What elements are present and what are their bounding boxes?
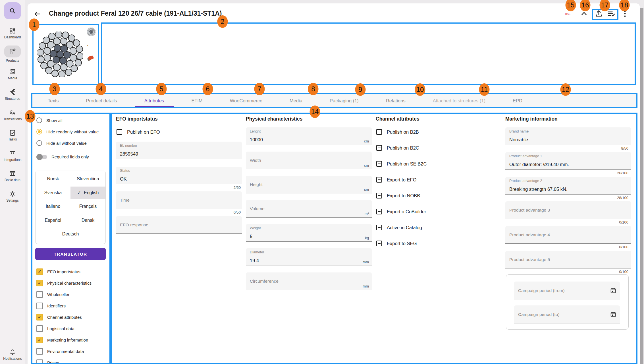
tab-attributes[interactable]: Attributes: [131, 94, 178, 107]
group-efo-importstatus[interactable]: EFO importstatus: [36, 268, 80, 275]
checkbox-icon[interactable]: [36, 348, 43, 355]
group-channel-attributes[interactable]: Channel attributes: [36, 314, 82, 320]
sidebar-item-integrations[interactable]: Integrations: [0, 150, 25, 162]
indeterminate-checkbox-icon[interactable]: [376, 209, 382, 214]
export-to-seg-row[interactable]: Export to SEG: [376, 241, 417, 246]
calendar-icon[interactable]: [610, 311, 616, 318]
language-english-selected[interactable]: ✓English: [70, 187, 105, 199]
sidebar-item-translations[interactable]: Translations: [0, 109, 25, 121]
tab-attached-to-structures[interactable]: Attached to structures (1): [419, 94, 499, 107]
calendar-icon[interactable]: [610, 288, 616, 294]
checkbox-icon[interactable]: [36, 268, 43, 275]
sidebar-item-dashboard[interactable]: Dashboard: [0, 27, 25, 39]
weight-field[interactable]: Weight 5 kg: [246, 224, 372, 242]
checkbox-icon[interactable]: [36, 325, 43, 332]
collapse-button[interactable]: [580, 9, 588, 18]
group-marketing-information[interactable]: Marketing information: [36, 337, 88, 343]
language-francais[interactable]: Français: [70, 200, 105, 213]
scrollbar[interactable]: [640, 0, 644, 364]
language-norsk[interactable]: Norsk: [36, 173, 70, 185]
required-fields-toggle-row[interactable]: − Required fields only: [38, 154, 89, 159]
product-advantage-1-field[interactable]: Product advantage 1 Outer diameter: Ø19.…: [505, 152, 631, 170]
radio-icon[interactable]: [36, 140, 42, 146]
tab-packaging[interactable]: Packaging (1): [316, 94, 372, 107]
product-advantage-5-field[interactable]: Product advantage 5: [505, 251, 631, 268]
group-physical-characteristics[interactable]: Physical characteristics: [36, 280, 92, 286]
product-advantage-4-field[interactable]: Product advantage 4: [505, 226, 631, 244]
radio-show-all[interactable]: Show all: [36, 117, 63, 123]
back-button[interactable]: [34, 10, 41, 18]
brand-name-field[interactable]: Brand name Norcable: [505, 127, 631, 145]
tab-epd[interactable]: EPD: [499, 94, 536, 107]
sidebar-item-settings[interactable]: Settings: [0, 191, 25, 202]
height-field[interactable]: Height cm: [246, 176, 372, 193]
indeterminate-checkbox-icon[interactable]: [376, 193, 382, 198]
product-advantage-3-field[interactable]: Product advantage 3: [505, 201, 631, 219]
export-o-cobuilder-row[interactable]: Export o CoBuilder: [376, 209, 426, 214]
group-prices[interactable]: Prices: [36, 359, 59, 364]
indeterminate-checkbox-icon[interactable]: [117, 129, 122, 135]
indeterminate-checkbox-icon[interactable]: [376, 241, 382, 246]
more-menu-button[interactable]: [621, 9, 629, 18]
width-field[interactable]: Width cm: [246, 152, 372, 169]
checkbox-icon[interactable]: [36, 303, 43, 309]
time-field[interactable]: Time: [116, 191, 242, 209]
publish-on-se-b2c-row[interactable]: Publish on SE B2C: [376, 161, 427, 167]
indeterminate-checkbox-icon[interactable]: [376, 129, 382, 135]
publish-on-efo-row[interactable]: Publish on EFO: [117, 129, 160, 135]
sidebar-item-tasks[interactable]: Tasks: [0, 129, 25, 141]
tab-product-details[interactable]: Product details: [72, 94, 131, 107]
indeterminate-checkbox-icon[interactable]: [376, 145, 382, 151]
scrollbar-thumb[interactable]: [640, 8, 643, 364]
publish-on-b2c-row[interactable]: Publish on B2C: [376, 145, 419, 151]
language-italiano[interactable]: Italiano: [36, 200, 70, 213]
indeterminate-checkbox-icon[interactable]: [376, 161, 382, 167]
campaign-period-to-field[interactable]: Campaign period (to): [514, 305, 620, 324]
diameter-field[interactable]: Diameter 19.4 mm: [246, 248, 372, 266]
export-to-nobb-row[interactable]: Export to NOBB: [376, 193, 420, 198]
search-button[interactable]: [4, 2, 21, 19]
sidebar-item-media[interactable]: Media: [0, 68, 25, 80]
group-logistical-data[interactable]: Logistical data: [36, 325, 74, 332]
volume-field[interactable]: Volume m³: [246, 200, 372, 218]
radio-hide-all[interactable]: Hide all without value: [36, 140, 87, 146]
thumbnail-cross-section[interactable]: [87, 28, 95, 36]
group-wholeseller[interactable]: Wholeseller: [36, 291, 69, 298]
language-slovencina[interactable]: Slovenčina: [70, 173, 105, 185]
status-field[interactable]: Status OK: [116, 167, 242, 184]
lenght-field[interactable]: Lenght 10000 cm: [246, 127, 372, 145]
campaign-period-from-field[interactable]: Campaign period (from): [514, 282, 620, 300]
circumference-field[interactable]: Circumference mm: [246, 272, 372, 290]
indeterminate-checkbox-icon[interactable]: [376, 225, 382, 230]
indeterminate-checkbox-icon[interactable]: [376, 177, 382, 183]
sidebar-item-structures[interactable]: Structures: [0, 89, 25, 101]
tab-woocommerce[interactable]: WooCommerce: [216, 94, 276, 107]
product-image-panel[interactable]: [34, 25, 98, 84]
checkbox-icon[interactable]: [36, 314, 43, 320]
language-svenska[interactable]: Svenska: [36, 187, 70, 199]
checklist-button[interactable]: [607, 9, 616, 18]
tab-media[interactable]: Media: [276, 94, 316, 107]
tab-relations[interactable]: Relations: [372, 94, 419, 107]
radio-hide-readonly[interactable]: Hide readonly without value: [36, 129, 99, 135]
translator-button[interactable]: TRANSLATOR: [35, 248, 106, 260]
language-dansk[interactable]: Dansk: [70, 214, 105, 227]
toggle-off[interactable]: −: [38, 155, 47, 159]
radio-icon-selected[interactable]: [36, 129, 42, 135]
sidebar-item-products[interactable]: Products: [0, 46, 25, 63]
efo-response-field[interactable]: EFO response: [116, 216, 242, 234]
sidebar-item-basic-data[interactable]: Basic data: [0, 170, 25, 182]
language-deutsch[interactable]: Deutsch: [36, 228, 105, 240]
tab-texts[interactable]: Texts: [34, 94, 72, 107]
group-identifiers[interactable]: Identifiers: [36, 303, 66, 309]
export-button[interactable]: [595, 9, 603, 18]
radio-icon[interactable]: [36, 117, 42, 123]
export-to-efo-row[interactable]: Export to EFO: [376, 177, 417, 183]
language-espanol[interactable]: Español: [36, 214, 70, 227]
group-environmental-data[interactable]: Environmental data: [36, 348, 84, 355]
el-number-field[interactable]: EL number 2859549: [116, 142, 242, 159]
publish-on-b2b-row[interactable]: Publish on B2B: [376, 129, 419, 135]
sidebar-item-notifications[interactable]: Notifications: [0, 349, 25, 361]
product-advantage-2-field[interactable]: Product advantage 2 Breaking strength 67…: [505, 177, 631, 195]
tab-etim[interactable]: ETIM: [178, 94, 216, 107]
